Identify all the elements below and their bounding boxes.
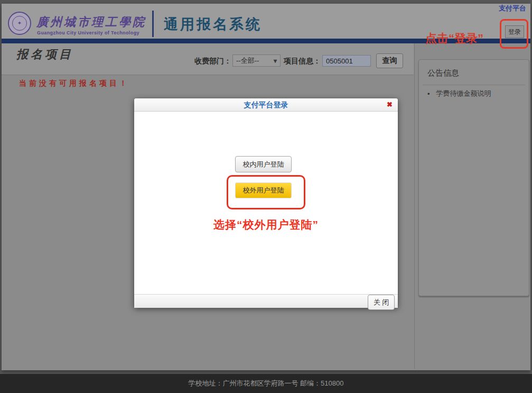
login-highlight-box bbox=[500, 19, 528, 49]
dialog-title: 支付平台登录 bbox=[134, 98, 398, 111]
header-separator bbox=[152, 11, 154, 37]
page-title: 报名项目 bbox=[16, 47, 73, 62]
empty-projects-message: 当前没有可用报名项目！ bbox=[19, 79, 129, 88]
system-title: 通用报名系统 bbox=[164, 15, 262, 34]
announcement-item-label: 学费待缴金额说明 bbox=[436, 89, 491, 98]
external-login-highlight-box bbox=[227, 175, 305, 209]
school-address: 学校地址：广州市花都区学府路一号 邮编：510800 bbox=[189, 379, 344, 387]
department-label: 收费部门： bbox=[194, 57, 231, 66]
search-button[interactable]: 查询 bbox=[376, 53, 403, 68]
content-sidebar-divider bbox=[414, 43, 415, 369]
footer: 学校地址：广州市花都区学府路一号 邮编：510800 bbox=[0, 374, 532, 393]
department-select-value: --全部-- bbox=[236, 56, 259, 66]
pay-platform-link[interactable]: 支付平台 bbox=[499, 4, 526, 13]
announcement-panel: 公告信息 • 学费待缴金额说明 bbox=[418, 59, 529, 296]
university-name: 廣州城市理工學院 bbox=[36, 14, 146, 30]
project-label: 项目信息： bbox=[284, 57, 321, 66]
login-hint-text: 点击“登录” bbox=[425, 31, 483, 47]
department-select[interactable]: --全部-- ▾ bbox=[232, 54, 281, 67]
bullet-icon: • bbox=[427, 90, 430, 98]
project-input[interactable] bbox=[322, 55, 371, 67]
dialog-titlebar: 支付平台登录 ✖ bbox=[134, 98, 398, 112]
toolbar-divider bbox=[2, 75, 414, 75]
announcement-panel-divider bbox=[423, 85, 525, 85]
choose-hint-text: 选择“校外用户登陆” bbox=[134, 217, 398, 232]
dialog-footerbar bbox=[134, 294, 398, 308]
seal-glyph-icon: ✦ bbox=[12, 16, 27, 31]
announcement-list-item[interactable]: • 学费待缴金额说明 bbox=[427, 89, 491, 98]
university-name-en: Guangzhou City University of Technology bbox=[37, 30, 139, 35]
university-seal-icon: ✦ bbox=[8, 12, 31, 35]
announcement-panel-title: 公告信息 bbox=[427, 68, 459, 78]
chevron-down-icon: ▾ bbox=[274, 57, 277, 65]
close-icon[interactable]: ✖ bbox=[387, 100, 393, 109]
dialog-close-button[interactable]: 关 闭 bbox=[368, 295, 395, 310]
internal-user-login-button[interactable]: 校内用户登陆 bbox=[235, 156, 292, 172]
